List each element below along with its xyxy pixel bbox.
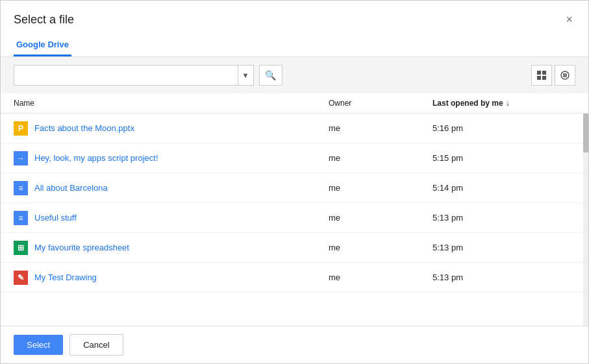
tab-google-drive[interactable]: Google Drive bbox=[14, 34, 71, 56]
file-table: P Facts about the Moon.pptx me 5:16 pm →… bbox=[1, 114, 588, 326]
close-button[interactable]: × bbox=[563, 11, 575, 28]
table-row[interactable]: ⊞ My favourite spreadsheet me 5:13 pm bbox=[1, 233, 588, 263]
file-owner: me bbox=[329, 213, 432, 223]
svg-rect-1 bbox=[542, 71, 546, 75]
file-name: All about Barcelona bbox=[34, 183, 108, 193]
file-name-cell: P Facts about the Moon.pptx bbox=[14, 121, 329, 136]
table-row[interactable]: ✎ My Test Drawing me 5:13 pm bbox=[1, 263, 588, 293]
search-icon: 🔍 bbox=[265, 70, 276, 80]
table-row[interactable]: ≡ All about Barcelona me 5:14 pm bbox=[1, 173, 588, 203]
table-header: Name Owner Last opened by me ↓ bbox=[1, 93, 588, 114]
file-name: Facts about the Moon.pptx bbox=[34, 123, 134, 133]
file-owner: me bbox=[329, 273, 432, 282]
file-name-cell: ⊞ My favourite spreadsheet bbox=[14, 241, 329, 255]
file-name: Useful stuff bbox=[34, 213, 77, 223]
view-buttons bbox=[531, 65, 575, 86]
file-name-cell: → Hey, look, my apps script project! bbox=[14, 151, 329, 165]
select-button[interactable]: Select bbox=[14, 335, 63, 355]
doc-icon: ≡ bbox=[14, 181, 28, 195]
file-name: My Test Drawing bbox=[34, 273, 97, 282]
col-name-header: Name bbox=[14, 99, 329, 108]
file-time: 5:14 pm bbox=[432, 183, 575, 193]
toolbar: ▼ 🔍 bbox=[1, 57, 588, 93]
cancel-button[interactable]: Cancel bbox=[69, 334, 123, 356]
grid-icon bbox=[536, 70, 547, 80]
table-row[interactable]: P Facts about the Moon.pptx me 5:16 pm bbox=[1, 114, 588, 143]
file-owner: me bbox=[329, 183, 432, 193]
svg-rect-3 bbox=[542, 76, 546, 80]
file-time: 5:13 pm bbox=[432, 273, 575, 282]
tabs-bar: Google Drive bbox=[1, 34, 588, 57]
col-last-header[interactable]: Last opened by me ↓ bbox=[432, 99, 575, 108]
pptx-icon: P bbox=[14, 121, 28, 136]
select-file-dialog: Select a file × Google Drive ▼ 🔍 bbox=[0, 0, 589, 364]
file-name: Hey, look, my apps script project! bbox=[34, 153, 158, 163]
doc-icon: ≡ bbox=[14, 211, 28, 225]
file-time: 5:16 pm bbox=[432, 123, 575, 133]
script-icon: → bbox=[14, 151, 28, 165]
dialog-header: Select a file × bbox=[1, 1, 588, 28]
file-name-cell: ≡ All about Barcelona bbox=[14, 181, 329, 195]
search-dropdown-button[interactable]: ▼ bbox=[238, 66, 253, 85]
drawing-icon: ✎ bbox=[14, 271, 28, 285]
dialog-title: Select a file bbox=[14, 13, 74, 27]
file-time: 5:13 pm bbox=[432, 213, 575, 223]
scrollbar-track[interactable] bbox=[583, 114, 588, 326]
sheet-icon: ⊞ bbox=[14, 241, 28, 255]
svg-rect-2 bbox=[537, 76, 541, 80]
file-owner: me bbox=[329, 153, 432, 163]
file-name-cell: ✎ My Test Drawing bbox=[14, 271, 329, 285]
sort-icon bbox=[560, 70, 570, 80]
dialog-footer: Select Cancel bbox=[1, 326, 588, 363]
svg-rect-0 bbox=[537, 71, 541, 75]
sort-view-button[interactable] bbox=[555, 65, 575, 86]
scrollbar-thumb[interactable] bbox=[583, 114, 588, 152]
col-owner-header: Owner bbox=[329, 99, 432, 108]
sort-arrow-icon: ↓ bbox=[506, 99, 510, 108]
search-button[interactable]: 🔍 bbox=[259, 65, 282, 86]
table-row[interactable]: → Hey, look, my apps script project! me … bbox=[1, 143, 588, 173]
file-time: 5:15 pm bbox=[432, 153, 575, 163]
search-input[interactable] bbox=[14, 66, 238, 85]
search-wrapper: ▼ bbox=[14, 65, 254, 86]
file-time: 5:13 pm bbox=[432, 243, 575, 252]
file-name: My favourite spreadsheet bbox=[34, 243, 129, 252]
file-owner: me bbox=[329, 123, 432, 133]
file-name-cell: ≡ Useful stuff bbox=[14, 211, 329, 225]
grid-view-button[interactable] bbox=[531, 65, 552, 86]
table-row[interactable]: ≡ Useful stuff me 5:13 pm bbox=[1, 203, 588, 233]
file-owner: me bbox=[329, 243, 432, 252]
